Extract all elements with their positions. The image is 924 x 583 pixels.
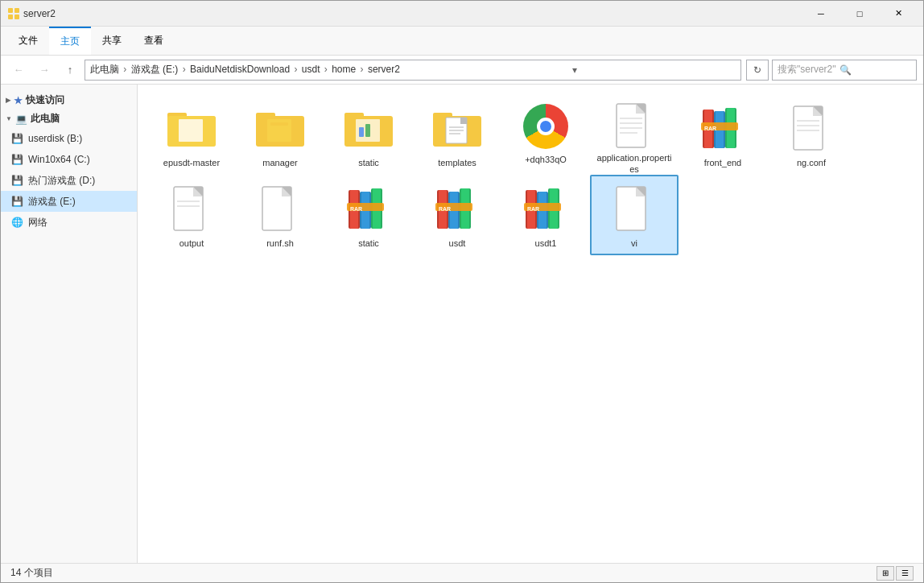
doc-icon bbox=[786, 102, 837, 154]
refresh-button[interactable]: ↻ bbox=[746, 60, 769, 81]
winrar-icon: RAR bbox=[697, 102, 749, 154]
file-name: static bbox=[358, 238, 379, 249]
file-item-static[interactable]: static bbox=[324, 94, 413, 175]
file-item-usdt1[interactable]: RAR usdt1 bbox=[501, 175, 590, 255]
tab-home[interactable]: 主页 bbox=[49, 27, 91, 55]
folder-icon bbox=[431, 102, 483, 154]
quick-access-label: 快速访问 bbox=[26, 93, 64, 107]
file-name: application.properties bbox=[595, 152, 674, 176]
file-item-usdt[interactable]: RAR usdt bbox=[413, 175, 501, 255]
svg-rect-13 bbox=[344, 113, 364, 119]
close-button[interactable]: ✕ bbox=[880, 1, 917, 27]
sidebar-label-hotgames: 热门游戏盘 (D:) bbox=[28, 174, 95, 188]
file-item-front-end[interactable]: RAR front_end bbox=[679, 94, 767, 175]
main-area: ▶ ★ 快速访问 ▼ 💻 此电脑 💾 userdisk (B:) 💾 Win10… bbox=[1, 85, 923, 563]
folder-icon bbox=[343, 102, 394, 154]
window-controls: ─ □ ✕ bbox=[802, 1, 917, 27]
ribbon: 文件 主页 共享 查看 bbox=[1, 27, 923, 56]
sidebar-label-network: 网络 bbox=[28, 216, 47, 229]
view-large-icons-button[interactable]: ⊞ bbox=[877, 566, 894, 581]
folder-icon bbox=[166, 102, 217, 154]
file-area: epusdt-master manager bbox=[138, 85, 923, 563]
app-icon bbox=[7, 7, 20, 20]
status-bar: 14 个项目 ⊞ ☰ bbox=[1, 563, 923, 582]
file-item-manager[interactable]: manager bbox=[236, 94, 324, 175]
drive-icon: 💾 bbox=[10, 195, 23, 208]
drive-icon: 💾 bbox=[10, 174, 23, 187]
svg-text:RAR: RAR bbox=[704, 126, 716, 131]
file-item-chrome[interactable]: +dqh33qO bbox=[501, 94, 590, 175]
folder-icon bbox=[254, 102, 306, 154]
file-item-templates[interactable]: templates bbox=[413, 94, 501, 175]
view-list-button[interactable]: ☰ bbox=[896, 566, 914, 581]
window-title: server2 bbox=[23, 8, 802, 19]
explorer-window: server2 ─ □ ✕ 文件 主页 共享 查看 ← → ↑ 此电脑 › 游戏… bbox=[0, 0, 924, 583]
drive-icon: 💾 bbox=[10, 132, 23, 145]
file-item-output[interactable]: output bbox=[147, 175, 236, 255]
svg-text:RAR: RAR bbox=[350, 206, 362, 212]
sidebar: ▶ ★ 快速访问 ▼ 💻 此电脑 💾 userdisk (B:) 💾 Win10… bbox=[1, 85, 138, 563]
tab-share[interactable]: 共享 bbox=[91, 27, 133, 55]
nav-bar: ← → ↑ 此电脑 › 游戏盘 (E:) › BaiduNetdiskDownl… bbox=[1, 56, 923, 85]
tab-file[interactable]: 文件 bbox=[7, 27, 49, 55]
file-name: usdt1 bbox=[535, 238, 557, 249]
quick-access-header[interactable]: ▶ ★ 快速访问 bbox=[1, 91, 137, 110]
chrome-icon bbox=[522, 102, 570, 151]
file-item-epusdt-master[interactable]: epusdt-master bbox=[147, 94, 236, 175]
svg-rect-11 bbox=[270, 122, 288, 126]
back-button[interactable]: ← bbox=[7, 59, 30, 81]
tab-view[interactable]: 查看 bbox=[133, 27, 175, 55]
sidebar-item-hotgames[interactable]: 💾 热门游戏盘 (D:) bbox=[1, 170, 137, 191]
file-name: output bbox=[179, 238, 204, 249]
svg-rect-16 bbox=[365, 124, 370, 137]
this-pc-label: 此电脑 bbox=[31, 112, 60, 126]
file-item-vi[interactable]: vi bbox=[590, 175, 679, 255]
this-pc-header[interactable]: ▼ 💻 此电脑 bbox=[1, 110, 137, 128]
sidebar-label-userdisk: userdisk (B:) bbox=[28, 133, 82, 144]
address-chevron[interactable]: ▾ bbox=[413, 64, 736, 76]
winrar-icon: RAR bbox=[520, 183, 571, 234]
file-name: +dqh33qO bbox=[525, 154, 567, 165]
file-grid: epusdt-master manager bbox=[147, 94, 914, 255]
title-bar: server2 ─ □ ✕ bbox=[1, 1, 923, 27]
svg-text:RAR: RAR bbox=[527, 206, 539, 212]
doc-icon bbox=[608, 183, 660, 234]
search-placeholder: 搜索"server2" bbox=[778, 63, 836, 76]
file-name: ng.conf bbox=[797, 157, 826, 168]
file-name: front_end bbox=[704, 157, 741, 168]
file-item-static-rar[interactable]: RAR static bbox=[324, 175, 413, 255]
search-icon: 🔍 bbox=[839, 64, 852, 76]
this-pc-icon: 💻 bbox=[15, 114, 27, 125]
svg-rect-7 bbox=[179, 119, 203, 142]
winrar-icon: RAR bbox=[431, 183, 483, 234]
file-item-runf-sh[interactable]: runf.sh bbox=[236, 175, 324, 255]
svg-rect-3 bbox=[14, 14, 19, 19]
address-text: 此电脑 › 游戏盘 (E:) › BaiduNetdiskDownload › … bbox=[90, 63, 413, 76]
minimize-button[interactable]: ─ bbox=[802, 1, 839, 27]
svg-rect-9 bbox=[256, 113, 275, 119]
status-count: 14 个项目 bbox=[10, 566, 53, 580]
file-name: epusdt-master bbox=[163, 157, 220, 168]
file-name: static bbox=[358, 157, 379, 168]
drive-icon: 💾 bbox=[10, 153, 23, 166]
file-name: templates bbox=[438, 157, 476, 168]
maximize-button[interactable]: □ bbox=[841, 1, 878, 27]
file-name: runf.sh bbox=[266, 238, 294, 249]
quick-access-icon: ★ bbox=[14, 95, 23, 106]
sidebar-label-win10: Win10x64 (C:) bbox=[28, 154, 90, 165]
sidebar-item-games[interactable]: 💾 游戏盘 (E:) bbox=[1, 191, 137, 212]
search-box[interactable]: 搜索"server2" 🔍 bbox=[772, 60, 917, 81]
sidebar-item-win10[interactable]: 💾 Win10x64 (C:) bbox=[1, 149, 137, 170]
up-button[interactable]: ↑ bbox=[59, 59, 81, 81]
svg-rect-1 bbox=[14, 8, 19, 13]
file-item-application-properties[interactable]: application.properties bbox=[590, 94, 679, 175]
sidebar-item-userdisk[interactable]: 💾 userdisk (B:) bbox=[1, 128, 137, 149]
svg-rect-0 bbox=[8, 8, 13, 13]
sidebar-label-games: 游戏盘 (E:) bbox=[28, 195, 76, 209]
doc-icon bbox=[166, 183, 217, 234]
ribbon-tabs: 文件 主页 共享 查看 bbox=[1, 27, 923, 55]
address-bar[interactable]: 此电脑 › 游戏盘 (E:) › BaiduNetdiskDownload › … bbox=[85, 60, 741, 81]
sidebar-item-network[interactable]: 🌐 网络 bbox=[1, 212, 137, 233]
file-item-ng-conf[interactable]: ng.conf bbox=[767, 94, 856, 175]
forward-button[interactable]: → bbox=[33, 59, 56, 81]
